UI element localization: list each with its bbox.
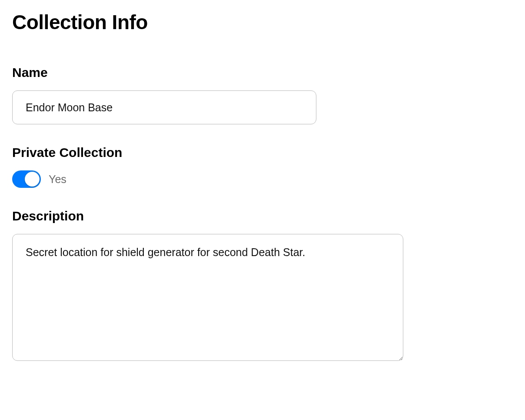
description-label: Description bbox=[12, 209, 513, 223]
private-toggle[interactable] bbox=[12, 170, 41, 188]
private-label: Private Collection bbox=[12, 145, 513, 160]
toggle-knob bbox=[25, 172, 40, 187]
page-title: Collection Info bbox=[12, 10, 513, 34]
private-field-group: Private Collection Yes bbox=[12, 145, 513, 188]
private-toggle-row: Yes bbox=[12, 170, 513, 188]
description-field-group: Description bbox=[12, 209, 513, 363]
description-textarea[interactable] bbox=[12, 234, 403, 361]
name-label: Name bbox=[12, 65, 513, 80]
name-input[interactable] bbox=[12, 90, 316, 124]
name-field-group: Name bbox=[12, 65, 513, 124]
private-toggle-state: Yes bbox=[49, 173, 66, 186]
